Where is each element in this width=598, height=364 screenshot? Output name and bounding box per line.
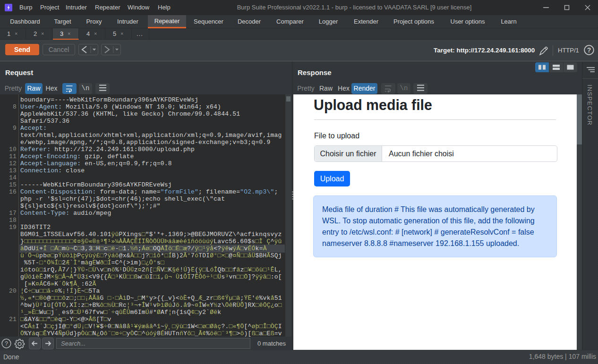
svg-text:?: ? bbox=[5, 340, 8, 347]
svg-text:?: ? bbox=[587, 46, 591, 54]
